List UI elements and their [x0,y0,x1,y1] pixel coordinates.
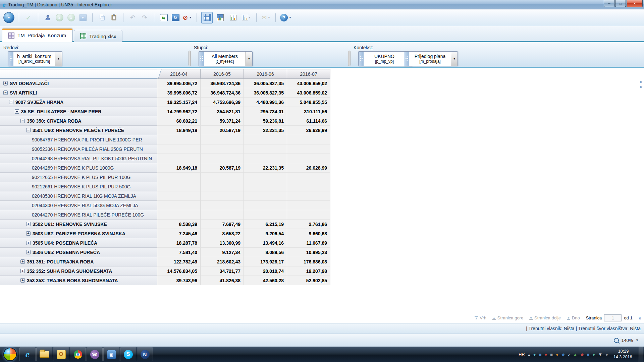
zoom-dropdown-icon[interactable]: ▼ [636,339,639,342]
value-cell[interactable]: 218.602,43 [201,257,244,266]
row-label-cell[interactable]: + 352 352: SUHA ROBA SUHOMESNATA [0,266,157,276]
grid-and-chart-view-button[interactable] [214,12,226,23]
copy-button[interactable] [97,12,107,23]
value-cell[interactable]: 39.995.006,72 [157,79,201,88]
tab-trading-xlsx[interactable]: Trading.xlsx [74,30,122,42]
value-cell[interactable]: 34.721,77 [201,266,244,276]
page-number-input[interactable] [604,314,622,321]
value-cell[interactable]: 26.628,99 [287,163,330,173]
row-label-cell[interactable]: 02044270 HRENOVKE RIAL PILEĆE-PUREĆE 100… [0,210,157,220]
taskbar-icon-internet-explorer[interactable]: e [19,347,36,361]
value-cell[interactable]: 36.005.827,35 [244,79,287,88]
value-cell[interactable]: 295.734,01 [244,107,287,116]
value-cell[interactable]: 4.753.696,39 [201,98,244,107]
drag-grip-icon[interactable] [359,52,364,66]
value-cell[interactable] [157,201,201,210]
value-cell[interactable]: 9.127,34 [201,248,244,257]
value-cell[interactable] [201,154,244,163]
value-cell[interactable]: 18.949,18 [157,126,201,135]
value-cell[interactable] [287,210,330,220]
row-label-cell[interactable]: + 351 351: POLUTRAJNA ROBA [0,257,157,266]
value-cell[interactable]: 173.926,17 [244,257,287,266]
value-cell[interactable]: 4.480.991,36 [244,98,287,107]
row-label-cell[interactable]: 02044298 HRENOVKA RIAL PIL KOKT 500G PER… [0,154,157,163]
value-cell[interactable]: 10.995,23 [287,248,330,257]
value-cell[interactable]: 7.697,49 [201,220,244,229]
tray-icon[interactable]: ◆ [561,352,565,357]
row-label-cell[interactable]: − SVI ARTIKLI [0,88,157,98]
taskbar-icon-chrome[interactable] [70,347,86,361]
value-cell[interactable]: 9.660,68 [287,229,330,238]
page-up-link[interactable]: ▲Stranica gore [492,315,523,320]
value-cell[interactable]: 59.371,24 [201,116,244,126]
value-cell[interactable]: 8.089,56 [244,248,287,257]
scroll-bottom-link[interactable]: ▼Dno [567,315,580,320]
value-cell[interactable]: 7.581,40 [157,248,201,257]
expand-toggle-icon[interactable]: + [26,250,31,254]
help-button[interactable]: ?▼ [280,12,291,23]
tray-icon[interactable]: ● [592,352,595,357]
value-cell[interactable] [287,182,330,191]
chart-options-button[interactable]: ▼ [240,12,252,23]
release-button[interactable]: ▼ [78,12,88,23]
value-cell[interactable] [287,154,330,163]
tray-icon[interactable]: ■ [587,352,589,357]
dropdown-arrow-icon[interactable]: ▼ [451,52,458,66]
take-ownership-button[interactable] [43,12,53,23]
swap-rows-columns-button[interactable]: ⇆ [159,12,169,23]
value-cell[interactable] [287,201,330,210]
value-cell[interactable] [244,191,287,201]
value-cell[interactable]: 13.494,16 [244,238,287,248]
value-cell[interactable] [157,182,201,191]
value-cell[interactable]: 59.236,81 [244,116,287,126]
value-cell[interactable] [287,173,330,182]
tray-icon[interactable]: ● [545,352,547,357]
column-header[interactable]: 2016-06 [244,69,287,79]
value-cell[interactable]: 60.602,21 [157,116,201,126]
row-label-cell[interactable]: + SVI DOBAVLJAČI [0,79,157,88]
taskbar-icon-windows-explorer[interactable] [36,347,52,361]
taskbar-icon-skype[interactable]: S [120,347,136,361]
expand-toggle-icon[interactable]: − [3,90,8,95]
value-cell[interactable] [201,144,244,154]
value-cell[interactable]: 2.761,86 [287,220,330,229]
scroll-top-link[interactable]: ▲Vrh [475,315,486,320]
row-label-cell[interactable]: 02048530 HRENOVKE RIAL 1KG MOJA ZEMLJA [0,191,157,201]
value-cell[interactable] [244,135,287,144]
value-cell[interactable]: 36.948.724,36 [201,79,244,88]
maximize-button[interactable]: □ [615,0,626,7]
context-dimension-chip-2[interactable]: Prijedlog plana [m_prodaja] ▼ [404,51,458,66]
value-cell[interactable]: 122.782,49 [157,257,201,266]
export-button[interactable]: ✉▼ [261,12,271,23]
dropdown-arrow-icon[interactable]: ▼ [55,52,62,66]
row-label-cell[interactable]: − 9007 SVJEŽA HRANA [0,98,157,107]
value-cell[interactable] [244,210,287,220]
value-cell[interactable] [157,210,201,220]
tab-tm-prodaja-konzum[interactable]: TM_Prodaja_Konzum [2,28,72,42]
zoom-level[interactable]: 140% [622,338,633,343]
value-cell[interactable]: 8.538,39 [157,220,201,229]
value-cell[interactable]: 176.886,08 [287,257,330,266]
redo-button[interactable]: ↷ [140,12,150,23]
expand-toggle-icon[interactable]: + [20,278,25,283]
value-cell[interactable]: 18.949,18 [157,163,201,173]
value-cell[interactable]: 14.799.962,72 [157,107,201,116]
taskbar-icon-viber[interactable]: ☎ [87,347,103,361]
drag-grip-icon[interactable] [8,52,13,66]
collapse-left-icon[interactable]: « [640,84,643,89]
expand-toggle-icon[interactable]: − [15,109,19,114]
value-cell[interactable]: 20.587,19 [201,163,244,173]
value-cell[interactable]: 22.231,35 [244,163,287,173]
value-cell[interactable]: 9.206,54 [244,229,287,238]
chart-view-button[interactable] [227,12,239,23]
value-cell[interactable]: 41.826,38 [201,276,244,285]
row-label-cell[interactable]: + 3503 U62: PARIZER-POSEBNA SVINJSKA [0,229,157,238]
value-cell[interactable]: 6.215,19 [244,220,287,229]
value-cell[interactable] [201,210,244,220]
expand-toggle-icon[interactable]: + [3,81,8,85]
value-cell[interactable]: 36.948.724,36 [201,88,244,98]
row-label-cell[interactable]: 90212661 HRENOVKE K PLUS PIL PUR 500G [0,182,157,191]
value-cell[interactable]: 5.048.955,55 [287,98,330,107]
value-cell[interactable] [244,201,287,210]
value-cell[interactable]: 14.576.834,05 [157,266,201,276]
